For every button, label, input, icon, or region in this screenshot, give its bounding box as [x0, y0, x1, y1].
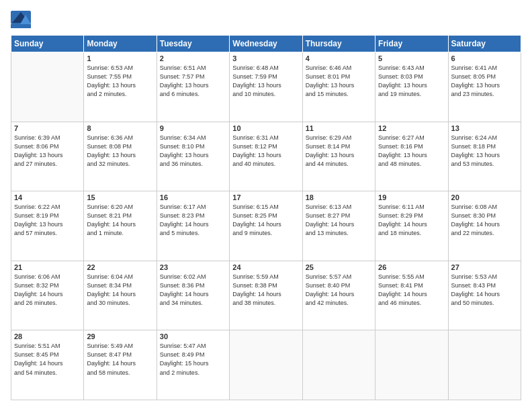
calendar-cell: 20Sunrise: 6:08 AMSunset: 8:30 PMDayligh… [448, 191, 521, 261]
day-info: Sunrise: 6:02 AMSunset: 8:36 PMDaylight:… [160, 273, 226, 308]
day-number: 23 [160, 263, 226, 271]
logo [11, 11, 34, 28]
calendar-cell: 16Sunrise: 6:17 AMSunset: 8:23 PMDayligh… [157, 191, 229, 261]
day-number: 15 [87, 193, 153, 201]
day-info: Sunrise: 6:13 AMSunset: 8:27 PMDaylight:… [306, 203, 372, 238]
day-number: 21 [14, 263, 81, 271]
weekday-header-monday: Monday [84, 36, 157, 52]
day-info: Sunrise: 6:11 AMSunset: 8:29 PMDaylight:… [378, 203, 445, 238]
day-info: Sunrise: 5:49 AMSunset: 8:47 PMDaylight:… [87, 342, 153, 377]
calendar-week-2: 7Sunrise: 6:39 AMSunset: 8:06 PMDaylight… [11, 122, 521, 191]
day-info: Sunrise: 5:47 AMSunset: 8:49 PMDaylight:… [160, 342, 226, 377]
calendar-cell: 22Sunrise: 6:04 AMSunset: 8:34 PMDayligh… [84, 261, 157, 330]
day-info: Sunrise: 6:22 AMSunset: 8:19 PMDaylight:… [14, 203, 81, 238]
day-info: Sunrise: 6:24 AMSunset: 8:18 PMDaylight:… [451, 134, 518, 169]
day-number: 13 [451, 124, 518, 132]
calendar-cell: 10Sunrise: 6:31 AMSunset: 8:12 PMDayligh… [230, 122, 302, 191]
day-number: 14 [14, 193, 81, 201]
calendar-cell: 12Sunrise: 6:27 AMSunset: 8:16 PMDayligh… [375, 122, 448, 191]
calendar-cell: 15Sunrise: 6:20 AMSunset: 8:21 PMDayligh… [84, 191, 157, 261]
calendar-cell: 21Sunrise: 6:06 AMSunset: 8:32 PMDayligh… [11, 261, 84, 330]
calendar-cell: 2Sunrise: 6:51 AMSunset: 7:57 PMDaylight… [157, 52, 229, 122]
day-info: Sunrise: 6:17 AMSunset: 8:23 PMDaylight:… [160, 203, 226, 238]
calendar-cell: 11Sunrise: 6:29 AMSunset: 8:14 PMDayligh… [302, 122, 375, 191]
calendar-week-5: 28Sunrise: 5:51 AMSunset: 8:45 PMDayligh… [11, 330, 521, 400]
day-number: 27 [451, 263, 518, 271]
day-info: Sunrise: 6:04 AMSunset: 8:34 PMDaylight:… [87, 273, 153, 308]
calendar-cell: 30Sunrise: 5:47 AMSunset: 8:49 PMDayligh… [157, 330, 229, 400]
day-info: Sunrise: 6:53 AMSunset: 7:55 PMDaylight:… [87, 64, 153, 99]
day-number: 30 [160, 332, 226, 340]
day-number: 8 [87, 124, 153, 132]
day-info: Sunrise: 6:29 AMSunset: 8:14 PMDaylight:… [306, 134, 372, 169]
day-number: 17 [232, 193, 299, 201]
day-info: Sunrise: 5:53 AMSunset: 8:43 PMDaylight:… [451, 273, 518, 308]
calendar-cell [448, 330, 521, 400]
day-number: 25 [306, 263, 372, 271]
logo-icon [11, 11, 31, 28]
day-number: 7 [14, 124, 81, 132]
day-info: Sunrise: 5:59 AMSunset: 8:38 PMDaylight:… [232, 273, 299, 308]
day-info: Sunrise: 6:34 AMSunset: 8:10 PMDaylight:… [160, 134, 226, 169]
calendar-cell: 23Sunrise: 6:02 AMSunset: 8:36 PMDayligh… [157, 261, 229, 330]
calendar-cell: 27Sunrise: 5:53 AMSunset: 8:43 PMDayligh… [448, 261, 521, 330]
page: SundayMondayTuesdayWednesdayThursdayFrid… [0, 0, 532, 411]
calendar-cell: 13Sunrise: 6:24 AMSunset: 8:18 PMDayligh… [448, 122, 521, 191]
day-info: Sunrise: 6:27 AMSunset: 8:16 PMDaylight:… [378, 134, 445, 169]
day-info: Sunrise: 6:36 AMSunset: 8:08 PMDaylight:… [87, 134, 153, 169]
calendar-week-1: 1Sunrise: 6:53 AMSunset: 7:55 PMDaylight… [11, 52, 521, 122]
calendar-cell: 9Sunrise: 6:34 AMSunset: 8:10 PMDaylight… [157, 122, 229, 191]
header [11, 11, 521, 28]
calendar-cell [230, 330, 302, 400]
day-info: Sunrise: 6:31 AMSunset: 8:12 PMDaylight:… [232, 134, 299, 169]
day-number: 20 [451, 193, 518, 201]
calendar-cell: 17Sunrise: 6:15 AMSunset: 8:25 PMDayligh… [230, 191, 302, 261]
day-info: Sunrise: 5:55 AMSunset: 8:41 PMDaylight:… [378, 273, 445, 308]
calendar-cell: 5Sunrise: 6:43 AMSunset: 8:03 PMDaylight… [375, 52, 448, 122]
day-number: 19 [378, 193, 445, 201]
calendar-cell: 24Sunrise: 5:59 AMSunset: 8:38 PMDayligh… [230, 261, 302, 330]
day-info: Sunrise: 6:08 AMSunset: 8:30 PMDaylight:… [451, 203, 518, 238]
calendar-header: SundayMondayTuesdayWednesdayThursdayFrid… [11, 36, 521, 52]
day-number: 9 [160, 124, 226, 132]
day-number: 2 [160, 54, 226, 62]
calendar-cell: 26Sunrise: 5:55 AMSunset: 8:41 PMDayligh… [375, 261, 448, 330]
weekday-header-thursday: Thursday [302, 36, 375, 52]
day-info: Sunrise: 6:51 AMSunset: 7:57 PMDaylight:… [160, 64, 226, 99]
calendar-cell: 8Sunrise: 6:36 AMSunset: 8:08 PMDaylight… [84, 122, 157, 191]
day-number: 10 [232, 124, 299, 132]
day-number: 1 [87, 54, 153, 62]
calendar-cell: 18Sunrise: 6:13 AMSunset: 8:27 PMDayligh… [302, 191, 375, 261]
day-number: 12 [378, 124, 445, 132]
day-number: 4 [306, 54, 372, 62]
day-info: Sunrise: 5:51 AMSunset: 8:45 PMDaylight:… [14, 342, 81, 377]
calendar-cell: 3Sunrise: 6:48 AMSunset: 7:59 PMDaylight… [230, 52, 302, 122]
calendar-cell: 1Sunrise: 6:53 AMSunset: 7:55 PMDaylight… [84, 52, 157, 122]
calendar-cell: 29Sunrise: 5:49 AMSunset: 8:47 PMDayligh… [84, 330, 157, 400]
day-info: Sunrise: 6:15 AMSunset: 8:25 PMDaylight:… [232, 203, 299, 238]
calendar-cell: 19Sunrise: 6:11 AMSunset: 8:29 PMDayligh… [375, 191, 448, 261]
weekday-header-saturday: Saturday [448, 36, 521, 52]
day-info: Sunrise: 6:41 AMSunset: 8:05 PMDaylight:… [451, 64, 518, 99]
day-number: 29 [87, 332, 153, 340]
calendar-cell [375, 330, 448, 400]
day-info: Sunrise: 6:48 AMSunset: 7:59 PMDaylight:… [232, 64, 299, 99]
calendar-cell [302, 330, 375, 400]
calendar-cell: 28Sunrise: 5:51 AMSunset: 8:45 PMDayligh… [11, 330, 84, 400]
day-info: Sunrise: 6:20 AMSunset: 8:21 PMDaylight:… [87, 203, 153, 238]
calendar-cell: 6Sunrise: 6:41 AMSunset: 8:05 PMDaylight… [448, 52, 521, 122]
day-number: 16 [160, 193, 226, 201]
calendar-cell [11, 52, 84, 122]
weekday-row: SundayMondayTuesdayWednesdayThursdayFrid… [11, 36, 521, 52]
svg-rect-3 [11, 24, 31, 28]
day-info: Sunrise: 6:39 AMSunset: 8:06 PMDaylight:… [14, 134, 81, 169]
calendar-cell: 7Sunrise: 6:39 AMSunset: 8:06 PMDaylight… [11, 122, 84, 191]
day-number: 6 [451, 54, 518, 62]
day-info: Sunrise: 6:46 AMSunset: 8:01 PMDaylight:… [306, 64, 372, 99]
calendar-week-3: 14Sunrise: 6:22 AMSunset: 8:19 PMDayligh… [11, 191, 521, 261]
weekday-header-tuesday: Tuesday [157, 36, 229, 52]
day-number: 3 [232, 54, 299, 62]
day-info: Sunrise: 5:57 AMSunset: 8:40 PMDaylight:… [306, 273, 372, 308]
weekday-header-sunday: Sunday [11, 36, 84, 52]
day-info: Sunrise: 6:06 AMSunset: 8:32 PMDaylight:… [14, 273, 81, 308]
